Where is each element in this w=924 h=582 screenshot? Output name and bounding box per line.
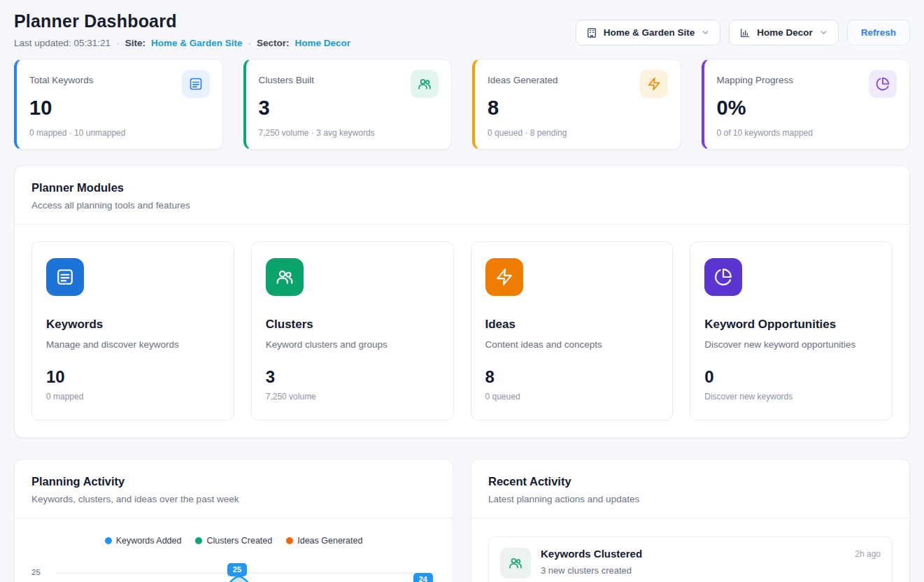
module-detail: 0 queued <box>485 392 659 402</box>
stat-detail: 0 queued · 8 pending <box>488 128 668 138</box>
breadcrumb-meta: Last updated: 05:31:21 · Site: Home & Ga… <box>14 38 350 48</box>
module-card-keywords[interactable]: Keywords Manage and discover keywords 10… <box>31 241 234 420</box>
legend-item-ideas-generated: Ideas Generated <box>286 536 362 546</box>
legend-dot-blue <box>105 537 112 544</box>
legend-label: Clusters Created <box>206 536 272 546</box>
panel-subtitle: Access all planning tools and features <box>31 200 893 211</box>
data-point-label: 25 <box>227 563 247 576</box>
pie-chart-icon <box>869 70 897 98</box>
module-value: 10 <box>46 367 220 387</box>
module-card-ideas[interactable]: Ideas Content ideas and concepts 8 0 que… <box>471 241 674 420</box>
legend-label: Keywords Added <box>116 536 182 546</box>
legend-item-keywords-added: Keywords Added <box>105 536 182 546</box>
stat-label: Ideas Generated <box>488 70 558 85</box>
data-point-label: 24 <box>413 573 433 582</box>
last-updated-text: Last updated: 05:31:21 <box>14 38 111 48</box>
activity-list: Keywords Clustered 3 new clusters create… <box>471 518 909 582</box>
planner-modules-panel: Planner Modules Access all planning tool… <box>14 165 910 438</box>
site-selector-dropdown[interactable]: Home & Garden Site <box>576 20 721 45</box>
stat-value: 0% <box>717 97 897 120</box>
sector-selector-label: Home Decor <box>757 27 813 38</box>
module-description: Discover new keyword opportunities <box>704 339 878 350</box>
stat-label: Clusters Built <box>259 70 315 85</box>
activity-timestamp: 2h ago <box>855 548 881 559</box>
planner-dashboard-page: Planner Dashboard Last updated: 05:31:21… <box>0 0 924 582</box>
site-link[interactable]: Home & Garden Site <box>151 38 243 48</box>
chevron-down-icon <box>819 28 828 37</box>
module-description: Manage and discover keywords <box>46 339 220 350</box>
panel-header: Planner Modules Access all planning tool… <box>15 166 909 225</box>
chart-legend: Keywords Added Clusters Created Ideas Ge… <box>31 536 436 546</box>
header-controls: Home & Garden Site Home Decor Refresh <box>576 20 910 45</box>
legend-dot-orange <box>286 537 293 544</box>
stat-card-header: Mapping Progress <box>717 70 897 98</box>
module-title: Keywords <box>46 318 220 332</box>
dot-separator: · <box>248 38 251 48</box>
activity-title: Keywords Clustered <box>541 548 642 560</box>
chevron-down-icon <box>701 28 710 37</box>
refresh-button[interactable]: Refresh <box>847 20 910 45</box>
modules-grid: Keywords Manage and discover keywords 10… <box>15 225 909 437</box>
list-item: Keywords Clustered 3 new clusters create… <box>488 537 893 582</box>
panel-subtitle: Latest planning actions and updates <box>488 494 893 504</box>
module-title: Ideas <box>485 318 659 332</box>
stat-detail: 0 of 10 keywords mapped <box>717 128 897 138</box>
bottom-row: Planning Activity Keywords, clusters, an… <box>14 459 910 582</box>
module-card-clusters[interactable]: Clusters Keyword clusters and groups 3 7… <box>251 241 454 420</box>
panel-title: Recent Activity <box>488 475 893 488</box>
stat-card-header: Clusters Built <box>259 70 439 98</box>
planning-activity-chart: Keywords Added Clusters Created Ideas Ge… <box>15 536 453 582</box>
planning-activity-panel: Planning Activity Keywords, clusters, an… <box>14 459 453 582</box>
sector-link[interactable]: Home Decor <box>294 38 350 48</box>
chart-plot-area: 25 25 24 <box>31 558 436 582</box>
stat-label: Total Keywords <box>29 70 94 85</box>
header-left: Planner Dashboard Last updated: 05:31:21… <box>14 11 350 48</box>
sector-selector-dropdown[interactable]: Home Decor <box>729 20 839 45</box>
module-detail: 7,250 volume <box>266 392 439 402</box>
module-card-keyword-opportunities[interactable]: Keyword Opportunities Discover new keywo… <box>690 241 893 420</box>
module-value: 3 <box>266 367 439 387</box>
users-icon <box>266 258 304 296</box>
users-icon <box>500 548 531 579</box>
panel-header: Recent Activity Latest planning actions … <box>471 460 909 518</box>
module-title: Keyword Opportunities <box>704 318 878 332</box>
stat-card-total-keywords: Total Keywords 10 0 mapped · 10 unmapped <box>14 59 223 150</box>
bar-chart-icon <box>739 27 751 38</box>
stats-row: Total Keywords 10 0 mapped · 10 unmapped… <box>14 59 910 150</box>
y-axis-tick: 25 <box>31 568 41 576</box>
panel-header: Planning Activity Keywords, clusters, an… <box>15 460 453 518</box>
module-description: Content ideas and concepts <box>485 339 659 350</box>
bolt-icon <box>485 258 523 296</box>
sector-label: Sector: <box>257 38 290 48</box>
stat-detail: 7,250 volume · 3 avg keywords <box>259 128 439 138</box>
stat-value: 10 <box>29 97 210 120</box>
bolt-icon <box>640 70 668 98</box>
recent-activity-panel: Recent Activity Latest planning actions … <box>471 459 910 582</box>
stat-card-ideas-generated: Ideas Generated 8 0 queued · 8 pending <box>472 59 681 150</box>
document-icon <box>182 70 210 98</box>
stat-value: 8 <box>488 97 668 120</box>
dot-separator: · <box>116 38 120 48</box>
module-value: 8 <box>485 367 659 387</box>
panel-title: Planning Activity <box>31 475 436 488</box>
site-selector-label: Home & Garden Site <box>604 27 695 38</box>
document-icon <box>46 258 84 296</box>
module-value: 0 <box>704 367 878 387</box>
legend-label: Ideas Generated <box>297 536 362 546</box>
activity-description: 3 new clusters created <box>541 565 642 576</box>
site-label: Site: <box>125 38 145 48</box>
stat-card-header: Ideas Generated <box>488 70 668 98</box>
stat-card-header: Total Keywords <box>29 70 210 98</box>
top-bar: Planner Dashboard Last updated: 05:31:21… <box>14 11 910 48</box>
module-detail: Discover new keywords <box>704 392 878 402</box>
stat-card-mapping-progress: Mapping Progress 0% 0 of 10 keywords map… <box>702 59 911 150</box>
stat-label: Mapping Progress <box>717 70 794 85</box>
users-icon <box>411 70 439 98</box>
legend-item-clusters-created: Clusters Created <box>195 536 272 546</box>
stat-card-clusters-built: Clusters Built 3 7,250 volume · 3 avg ke… <box>243 59 453 150</box>
stat-value: 3 <box>259 97 439 120</box>
legend-dot-green <box>195 537 202 544</box>
stat-detail: 0 mapped · 10 unmapped <box>29 128 210 138</box>
panel-title: Planner Modules <box>31 181 893 194</box>
pie-chart-icon <box>704 258 742 296</box>
